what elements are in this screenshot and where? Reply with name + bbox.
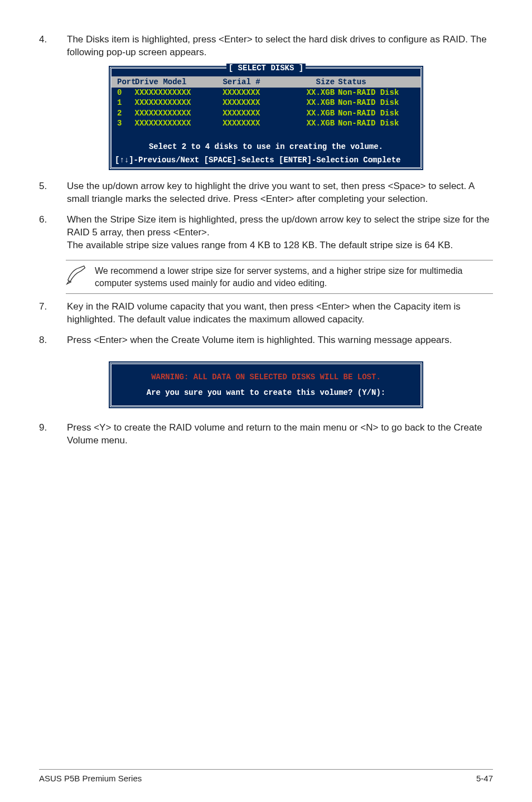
step-number: 8. (39, 334, 67, 347)
table-row: 3 XXXXXXXXXXXX XXXXXXXX XX.XGB Non-RAID … (112, 118, 420, 128)
table-row: 0 XXXXXXXXXXXX XXXXXXXX XX.XGB Non-RAID … (112, 88, 420, 98)
step-text: Key in the RAID volume capacity that you… (67, 301, 493, 326)
step-number: 5. (39, 180, 67, 206)
select-disks-console: [ SELECT DISKS ] Port Drive Model Serial… (110, 67, 422, 170)
footer-left: ASUS P5B Premium Series (39, 773, 142, 784)
warning-console: WARNING: ALL DATA ON SELECTED DISKS WILL… (110, 363, 422, 407)
step-text: Press <Enter> when the Create Volume ite… (67, 334, 493, 347)
step-text: Press <Y> to create the RAID volume and … (67, 422, 493, 447)
step-5: 5. Use the up/down arrow key to highligh… (39, 180, 493, 206)
step-6: 6. When the Stripe Size item is highligh… (39, 214, 493, 252)
table-row: 2 XXXXXXXXXXXX XXXXXXXX XX.XGB Non-RAID … (112, 108, 420, 118)
console-header-row: Port Drive Model Serial # Size Status (112, 76, 420, 88)
step-8: 8. Press <Enter> when the Create Volume … (39, 334, 493, 347)
header-serial: Serial # (223, 77, 305, 87)
footer-right: 5-47 (476, 773, 493, 784)
note-box: We recommend a lower stripe size for ser… (66, 260, 493, 294)
step-text: When the Stripe Size item is highlighted… (67, 214, 493, 252)
header-status: Status (338, 77, 415, 87)
step-number: 6. (39, 214, 67, 252)
page-footer: ASUS P5B Premium Series 5-47 (39, 769, 493, 784)
step-number: 4. (39, 33, 67, 59)
header-size: Size (305, 77, 338, 87)
step-4: 4. The Disks item is highlighted, press … (39, 33, 493, 59)
header-model: Drive Model (135, 77, 223, 87)
step-number: 9. (39, 422, 67, 447)
table-row: 1 XXXXXXXXXXXX XXXXXXXX XX.XGB Non-RAID … (112, 98, 420, 108)
step-number: 7. (39, 301, 67, 326)
warning-text: WARNING: ALL DATA ON SELECTED DISKS WILL… (151, 373, 381, 381)
console-title: [ SELECT DISKS ] (112, 63, 420, 73)
console-footer: [↑↓]-Previous/Next [SPACE]-Selects [ENTE… (112, 155, 420, 165)
header-port: Port (117, 77, 135, 87)
warning-prompt: Are you sure you want to create this vol… (120, 388, 412, 398)
pencil-icon (66, 265, 88, 285)
step-9: 9. Press <Y> to create the RAID volume a… (39, 422, 493, 447)
note-text: We recommend a lower stripe size for ser… (95, 265, 493, 289)
step-text: Use the up/down arrow key to highlight t… (67, 180, 493, 206)
console-instruction: Select 2 to 4 disks to use in creating t… (112, 142, 420, 152)
step-7: 7. Key in the RAID volume capacity that … (39, 301, 493, 326)
step-text: The Disks item is highlighted, press <En… (67, 33, 493, 59)
